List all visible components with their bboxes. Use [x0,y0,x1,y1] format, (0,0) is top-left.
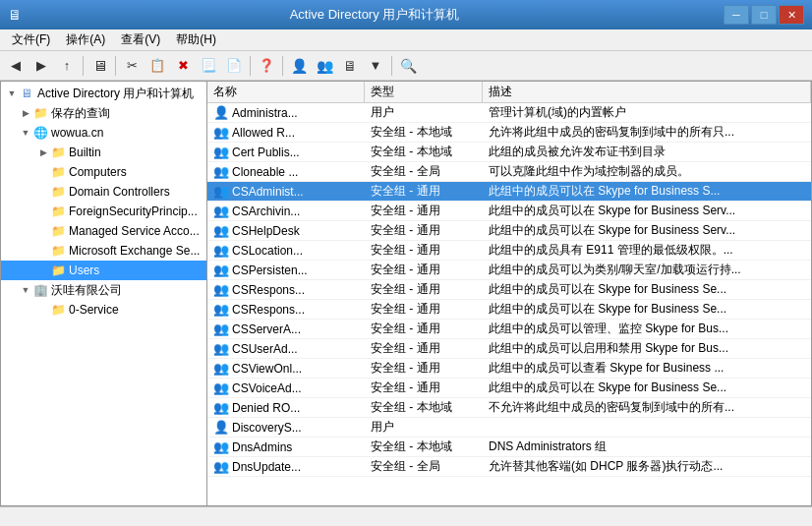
table-row[interactable]: 👥Cloneable ...安全组 - 全局可以克隆此组中作为域控制器的成员。 [207,162,811,182]
icon-service: 📁 [50,302,66,318]
label-computers: Computers [69,165,127,179]
tb-group[interactable]: 👥 [313,54,336,78]
cell-type: 安全组 - 本地域 [365,438,483,456]
tb-find[interactable]: 🔍 [396,54,420,78]
table-row[interactable]: 👥CSVoiceAd...安全组 - 通用此组中的成员可以在 Skype for… [207,379,811,398]
table-row[interactable]: 👥Cert Publis...安全组 - 本地域此组的成员被允许发布证书到目录 [207,143,811,162]
menu-bar: 文件(F) 操作(A) 查看(V) 帮助(H) [0,29,812,51]
tree-item-foreign[interactable]: ▶ 📁 ForeignSecurityPrincip... [1,202,206,221]
table-row[interactable]: 👤Administra...用户管理计算机(域)的内置帐户 [207,103,811,123]
expander-computers[interactable]: ▶ [36,165,50,179]
expander-builtin[interactable]: ▶ [36,146,50,159]
table-row[interactable]: 👥CSViewOnl...安全组 - 通用此组中的成员可以查看 Skype fo… [207,359,811,379]
expander-root[interactable]: ▼ [5,87,19,100]
tb-filter[interactable]: ▼ [364,54,387,78]
cell-desc: 管理计算机(域)的内置帐户 [483,103,811,122]
tree-item-service[interactable]: ▶ 📁 0-Service [1,300,206,320]
table-row[interactable]: 👥CSLocation...安全组 - 通用此组中的成员具有 E911 管理的最… [207,241,811,261]
cell-desc: 此组中的成员可以在 Skype for Business Serv... [483,221,811,240]
col-header-type[interactable]: 类型 [365,82,483,102]
tree-item-users[interactable]: ▶ 📁 Users [1,261,206,280]
cell-type: 安全组 - 通用 [365,241,483,260]
tree-item-saved[interactable]: ▶ 📁 保存的查询 [1,103,206,123]
table-row[interactable]: 👥Allowed R...安全组 - 本地域允许将此组中成员的密码复制到域中的所… [207,123,811,143]
cell-desc: 此组的成员被允许发布证书到目录 [483,143,811,161]
menu-action[interactable]: 操作(A) [58,29,113,50]
table-row[interactable]: 👥CSAdminist...安全组 - 通用此组中的成员可以在 Skype fo… [207,182,811,202]
tree-item-dc[interactable]: ▶ 📁 Domain Controllers [1,182,206,202]
col-header-name[interactable]: 名称 [207,82,365,102]
close-button[interactable]: ✕ [779,5,804,25]
table-row[interactable]: 👤DiscoveryS...用户 [207,418,811,438]
tb-forward[interactable]: ▶ [29,54,53,78]
row-icon: 👥 [213,380,229,395]
label-exchange: Microsoft Exchange Se... [69,244,200,258]
tb-console[interactable]: 🖥 [87,54,111,78]
title-bar: 🖥 Active Directory 用户和计算机 ─ □ ✕ [0,0,812,29]
tree-item-wota[interactable]: ▼ 🏢 沃哇有限公司 [1,280,206,300]
col-header-desc[interactable]: 描述 [483,82,811,102]
tb-copy[interactable]: 📋 [145,54,169,78]
sep5 [391,56,392,76]
cell-type: 用户 [365,418,483,437]
tree-item-wowua[interactable]: ▼ 🌐 wowua.cn [1,123,206,143]
expander-service[interactable]: ▶ [36,303,50,317]
expander-wowua[interactable]: ▼ [19,126,32,140]
row-icon: 👥 [213,125,229,140]
label-dc: Domain Controllers [69,185,170,199]
menu-view[interactable]: 查看(V) [113,29,168,50]
menu-help[interactable]: 帮助(H) [168,29,224,50]
expander-managed[interactable]: ▶ [36,224,50,238]
table-row[interactable]: 👥CSHelpDesk安全组 - 通用此组中的成员可以在 Skype for B… [207,221,811,241]
expander-exchange[interactable]: ▶ [36,244,50,258]
cell-name: 👥Allowed R... [207,124,365,141]
table-row[interactable]: 👥CSArchivin...安全组 - 通用此组中的成员可以在 Skype fo… [207,202,811,221]
expander-users[interactable]: ▶ [36,263,50,277]
table-row[interactable]: 👥CSPersisten...安全组 - 通用此组中的成员可以为类别/聊天室/加… [207,261,811,280]
cell-desc: 此组中的成员可以在 Skype for Business Se... [483,300,811,319]
tb-up[interactable]: ↑ [55,54,79,78]
expander-foreign[interactable]: ▶ [36,205,50,218]
table-row[interactable]: 👥Denied RO...安全组 - 本地域不允许将此组中成员的密码复制到域中的… [207,398,811,418]
row-name-text: Denied RO... [232,401,300,415]
table-row[interactable]: 👥DnsAdmins安全组 - 本地域DNS Administrators 组 [207,438,811,457]
status-bar [0,506,812,526]
table-row[interactable]: 👥CSUserAd...安全组 - 通用此组中的成员可以启用和禁用 Skype … [207,339,811,359]
cell-desc: 可以克隆此组中作为域控制器的成员。 [483,162,811,181]
label-managed: Managed Service Acco... [69,224,200,238]
table-row[interactable]: 👥DnsUpdate...安全组 - 全局允许替其他客端(如 DHCP 服务器)… [207,457,811,477]
tree-item-exchange[interactable]: ▶ 📁 Microsoft Exchange Se... [1,241,206,261]
row-icon: 👤 [213,105,229,120]
cell-name: 👥CSArchivin... [207,203,365,219]
tb-new[interactable]: 📄 [222,54,246,78]
tb-user[interactable]: 👤 [287,54,311,78]
tb-cut[interactable]: ✂ [120,54,144,78]
cell-type: 安全组 - 通用 [365,339,483,358]
tree-item-computers[interactable]: ▶ 📁 Computers [1,162,206,182]
maximize-button[interactable]: □ [751,5,777,25]
table-row[interactable]: 👥CSServerA...安全组 - 通用此组中的成员可以管理、监控 Skype… [207,320,811,339]
tb-back[interactable]: ◀ [4,54,28,78]
minimize-button[interactable]: ─ [724,5,749,25]
expander-dc[interactable]: ▶ [36,185,50,199]
label-root: Active Directory 用户和计算机 [37,86,194,102]
row-name-text: CSLocation... [232,244,303,258]
content-panel[interactable]: 名称 类型 描述 👤Administra...用户管理计算机(域)的内置帐户👥A… [207,82,811,505]
tree-item-managed[interactable]: ▶ 📁 Managed Service Acco... [1,221,206,241]
cell-name: 👥CSRespons... [207,301,365,318]
expander-saved[interactable]: ▶ [19,106,32,120]
row-icon: 👥 [213,184,229,199]
row-name-text: Cloneable ... [232,165,298,179]
menu-file[interactable]: 文件(F) [4,29,58,50]
expander-wota[interactable]: ▼ [19,283,32,297]
tb-help[interactable]: ❓ [255,54,278,78]
tree-panel[interactable]: ▼ 🖥 Active Directory 用户和计算机 ▶ 📁 保存的查询 ▼ … [1,82,207,505]
tree-item-builtin[interactable]: ▶ 📁 Builtin [1,143,206,162]
tb-delete[interactable]: ✖ [171,54,195,78]
table-row[interactable]: 👥CSRespons...安全组 - 通用此组中的成员可以在 Skype for… [207,280,811,300]
row-name-text: CSServerA... [232,322,301,336]
tree-item-root[interactable]: ▼ 🖥 Active Directory 用户和计算机 [1,84,206,103]
tb-computer[interactable]: 🖥 [338,54,362,78]
table-row[interactable]: 👥CSRespons...安全组 - 通用此组中的成员可以在 Skype for… [207,300,811,320]
tb-props[interactable]: 📃 [197,54,220,78]
